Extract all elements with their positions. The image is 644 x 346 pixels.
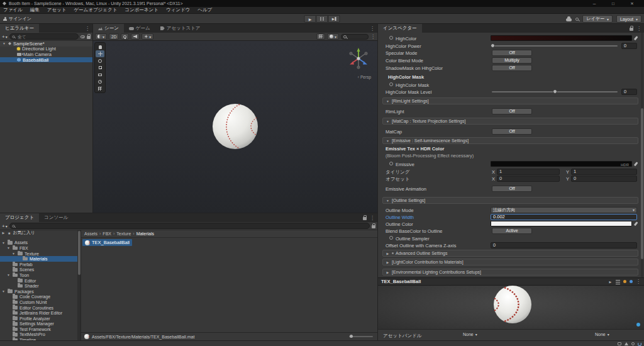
asset-bundle-dropdown[interactable]: None [463,332,477,337]
preview-lighting-icon[interactable] [623,280,626,283]
folder-row-custom-nunit[interactable]: Custom NUnit [0,299,77,305]
icon-size-slider[interactable] [349,336,373,337]
move-tool-button[interactable] [96,50,104,57]
folder-row-texture[interactable]: Texture [0,251,77,257]
offset-y-field[interactable]: 0 [571,176,637,182]
minimize-button[interactable]: ─ [585,0,604,7]
material-preview-header[interactable]: TEX_BaseballBall [378,277,644,286]
folder-row-materials[interactable]: Materials [0,256,77,262]
layout-dropdown[interactable]: Layout [616,15,641,23]
folder-row-code-coverage[interactable]: Code Coverage [0,294,77,300]
preview-sphere-icon[interactable] [636,323,640,326]
preview-model-icon[interactable] [630,280,633,283]
scale-tool-button[interactable] [96,64,104,71]
orientation-gizmo[interactable] [345,45,372,72]
material-preview[interactable] [378,286,644,329]
menu-icon[interactable] [636,26,641,31]
menu-file[interactable]: ファイル [3,7,23,13]
scene-audio-button[interactable] [131,33,140,40]
folder-row-editor[interactable]: Editor [0,278,77,284]
close-button[interactable]: ✕ [623,0,641,7]
inspector-scrollbar[interactable] [641,33,643,277]
view-tool-button[interactable] [96,43,104,50]
add-gameobject-button[interactable]: + [2,34,8,40]
expander-icon[interactable] [6,245,11,250]
expander-icon[interactable] [1,230,6,235]
menu-icon[interactable] [636,279,641,284]
expander-icon[interactable] [1,289,6,294]
folder-row-scenes[interactable]: Scenes [0,267,77,273]
console-warning-icon[interactable] [625,342,628,345]
expander-icon[interactable] [2,41,6,46]
eyedropper-icon[interactable] [634,161,638,167]
tiling-x-field[interactable]: 1 [497,169,560,175]
lock-icon[interactable] [363,217,367,220]
offset-outline-field[interactable]: 0 [491,242,637,248]
matcap-button[interactable]: Off [492,128,532,135]
menu-gameobject[interactable]: ゲームオブジェクト [74,7,117,13]
grid-visibility-button[interactable] [316,33,325,40]
cloud-services-icon[interactable] [566,18,572,21]
tab-project[interactable]: プロジェクト [0,213,39,222]
breadcrumb-materials[interactable]: Materials [136,232,154,236]
eyedropper-icon[interactable] [634,221,638,227]
expander-icon[interactable] [11,251,16,256]
play-button[interactable] [304,15,316,23]
folder-row-textmeshpro[interactable]: TextMeshPro [0,332,77,338]
hierarchy-scene-row[interactable]: SampleScene* [0,41,92,47]
shading-mode-dropdown[interactable] [95,33,107,40]
hierarchy-item-baseballball[interactable]: BaseballBall [0,57,92,63]
breadcrumb-assets[interactable]: Assets [84,232,97,236]
transform-tool-button[interactable] [96,78,104,85]
folder-row-test-framework[interactable]: Test Framework [0,326,77,332]
rimlight-section-foldout[interactable]: [RimLight Settings] [382,98,638,104]
tab-hierarchy[interactable]: ヒエラルキー [0,24,39,33]
expander-icon[interactable] [6,272,11,277]
scrollbar-thumb[interactable] [78,231,80,275]
expander-icon[interactable] [608,279,613,284]
sign-in-button[interactable]: サインイン [3,15,31,23]
menu-edit[interactable]: 編集 [30,7,40,13]
folder-row-shader[interactable]: Shader [0,283,77,289]
folder-row-editor-coroutines[interactable]: Editor Coroutines [0,305,77,311]
highcolor-swatch[interactable] [491,35,632,41]
emissive-animation-button[interactable]: Off [492,186,532,192]
outline-section-foldout[interactable]: [Outline Settings] [382,197,638,204]
blend-basecolor-button[interactable]: Active [492,228,532,234]
projection-label[interactable]: Persp [358,75,371,79]
create-asset-button[interactable]: + [2,223,8,229]
hierarchy-item-directional-light[interactable]: Directional Light [0,47,92,52]
offset-x-field[interactable]: 0 [497,176,560,182]
breadcrumb-fbx[interactable]: FBX [103,232,111,236]
scene-visibility-icon[interactable] [80,35,85,38]
custom-tool-button[interactable] [96,85,104,92]
tab-asset-store[interactable]: アセットストア [155,24,206,33]
folder-row-fbx[interactable]: FBX [0,245,77,251]
rect-tool-button[interactable] [96,71,104,78]
tiling-y-field[interactable]: 1 [571,169,637,175]
preview-settings-icon[interactable] [616,280,620,284]
folder-row-prefab[interactable]: Prefab [0,262,77,267]
folder-row-toon[interactable]: Toon [0,272,77,278]
value-field[interactable]: 0 [621,43,637,49]
hierarchy-item-main-camera[interactable]: Main Camera [0,52,92,57]
menu-icon[interactable] [370,26,375,31]
favorites-row[interactable]: お気に入り [0,230,77,236]
folder-row-profile-analyzer[interactable]: Profile Analyzer [0,316,77,321]
maximize-button[interactable]: □ [604,0,623,7]
environment-section-foldout[interactable]: [Environmental Lighting Contributions Se… [382,269,638,276]
matcap-section-foldout[interactable]: [MatCap : Texture Projection Settings] [382,118,638,125]
slider-track[interactable] [492,45,618,47]
menu-component[interactable]: コンポーネント [125,7,158,13]
breadcrumb-texture[interactable]: Texture [116,232,131,236]
menu-icon[interactable] [370,34,375,40]
tab-scene[interactable]: シーン [93,24,124,33]
project-search-input[interactable] [9,223,370,229]
emissive-hdr-swatch[interactable]: HDR [491,161,632,167]
shadowmask-button[interactable]: Off [492,65,532,71]
slider-thumb[interactable] [553,89,557,94]
asset-item-tex-baseballball[interactable]: TEX_BaseballBall [82,239,132,246]
menu-help[interactable]: ヘルプ [197,7,212,13]
expander-icon[interactable] [1,240,6,245]
advanced-outline-foldout[interactable]: Advanced Outline Settings [382,250,638,257]
